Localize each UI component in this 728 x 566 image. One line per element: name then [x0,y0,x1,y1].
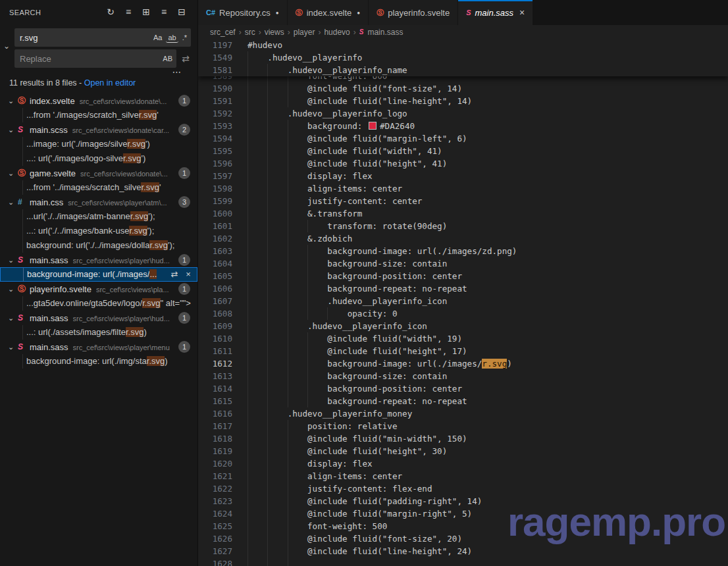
code-line[interactable]: 1613 background-size: contain [198,370,728,382]
refresh-icon[interactable]: ↻ [104,5,117,18]
code-line[interactable]: 1604 background-size: contain [198,257,728,270]
result-match-row[interactable]: ...: url('./images/logo-silver.svg') [0,151,197,166]
code-line[interactable]: 1612 background-image: url(./images/r.sv… [198,357,728,370]
code-line[interactable]: 1619 @include fluid("height", 30) [198,445,728,457]
code-line[interactable]: 1602 &.zdobich [198,232,728,245]
result-match-row[interactable]: ...: url('./../images/bank-user.svg'); [0,224,197,238]
code-line[interactable]: 1197#hudevo [198,39,728,51]
search-input[interactable] [14,33,151,43]
code-line[interactable]: 1594 @include fluid("margin-left", 6) [198,132,728,145]
result-file-row[interactable]: ⌄Smain.sasssrc_cef\src\views\player\menu… [0,340,197,354]
code-line[interactable]: 1597 display: flex [198,170,728,182]
chevron-down-icon[interactable]: ⌄ [8,314,18,322]
code-line[interactable]: 1620 display: flex [198,457,728,470]
code-line[interactable]: 1599 justify-content: center [198,195,728,207]
code-line[interactable]: 1601 transform: rotate(90deg) [198,220,728,232]
replace-all-icon[interactable]: ⇄ [179,52,192,65]
code-line[interactable]: 1622 justify-content: flex-end [198,482,728,495]
code-line[interactable]: 1607 .hudevo__playerinfo_icon [198,295,728,307]
match-case-icon[interactable]: Aa [151,33,164,42]
code-line[interactable]: 1616 .hudevo__playerinfo_money [198,407,728,420]
code-line[interactable]: 1628 [198,557,728,566]
code-line[interactable]: 1609 .hudevo__playerinfo_icon [198,320,728,332]
chevron-down-icon[interactable]: ⌄ [8,285,18,294]
chevron-down-icon[interactable]: ⌄ [8,126,18,134]
clear-search-results-icon[interactable]: ≡ [122,5,135,18]
code-line[interactable]: 1618 @include fluid("min-width", 150) [198,432,728,445]
code-line[interactable]: 1591 @include fluid("line-height", 14) [198,95,728,107]
code-line[interactable]: 1605 background-position: center [198,270,728,282]
breadcrumb-item[interactable]: views [265,28,284,37]
match-whole-word-icon[interactable]: ab [166,33,178,43]
result-match-row[interactable]: background-image: url(./images/...⇄× [0,267,197,282]
code-line[interactable]: 1614 background-position: center [198,382,728,395]
result-file-row[interactable]: ⌄Ⓢindex.sveltesrc_cef\src\views\donate\.… [0,93,197,108]
code-line[interactable]: 1592 .hudevo__playerinfo_logo [198,107,728,120]
breadcrumb-item[interactable]: player [294,28,315,37]
result-match-row[interactable]: ...from './images/scratch_silver.svg' [0,108,197,122]
result-match-row[interactable]: background-image: url(./img/star.svg) [0,354,197,369]
code-line[interactable]: 1596 @include fluid("height", 41) [198,157,728,170]
result-match-row[interactable]: ...from '../images/scratch_silver.svg' [0,180,197,195]
chevron-down-icon[interactable]: ⌄ [8,343,18,351]
code-line[interactable]: 1606 background-repeat: no-repeat [198,282,728,295]
code-line[interactable]: 1595 @include fluid("width", 41) [198,145,728,157]
result-match-row[interactable]: background: url('./../images/dollar.svg'… [0,238,197,253]
tab-Repository.cs[interactable]: C#Repository.cs● [198,0,287,25]
tree-indent-guide [22,224,23,238]
code-line[interactable]: 1593 background: #DA2640 [198,120,728,132]
use-regex-icon[interactable]: .* [180,33,189,42]
breadcrumb-item[interactable]: src_cef [210,28,236,37]
code-line[interactable]: 1610 @include fluid("width", 19) [198,332,728,345]
result-match-row[interactable]: ...url('./../images/atm-banner.svg'); [0,209,197,224]
modified-dot-icon[interactable]: ● [357,10,360,16]
chevron-down-icon[interactable]: ⌄ [8,198,18,207]
code-editor[interactable]: 1589 font-weight: 6001590 @include fluid… [198,39,728,566]
search-more-actions-icon[interactable]: ⋯ [170,66,184,77]
result-file-row[interactable]: ⌄Ⓢplayerinfo.sveltesrc_cef\src\views\pla… [0,282,197,296]
code-line[interactable]: 1600 &.transform [198,207,728,220]
chevron-down-icon[interactable]: ⌄ [8,97,18,105]
collapse-all-icon[interactable]: ⊟ [175,5,188,18]
replace-match-icon[interactable]: ⇄ [168,268,181,281]
code-line[interactable]: 1549 .hudevo__playerinfo [198,51,728,64]
modified-dot-icon[interactable]: ● [276,10,279,16]
chevron-down-icon[interactable]: ⌄ [8,169,18,178]
code-line[interactable]: 1590 @include fluid("font-size", 14) [198,82,728,95]
result-file-row[interactable]: ⌄#main.csssrc_cef\src\views\player\atm\.… [0,195,197,209]
open-new-search-editor-icon[interactable]: ⊞ [140,5,153,18]
dismiss-match-icon[interactable]: × [182,268,195,281]
breadcrumb-file[interactable]: main.sass [367,28,403,37]
search-panel-toolbar: ↻≡⊞≡⊟ [104,5,188,18]
breadcrumb-item[interactable]: src [245,28,255,37]
result-file-row[interactable]: ⌄Smain.sasssrc_cef\src\views\player\hud.… [0,311,197,325]
result-file-name: playerinfo.svelte [30,284,91,294]
result-file-row[interactable]: ⌄Ⓢgame.sveltesrc_cef\src\views\donate\..… [0,166,197,180]
code-line[interactable]: 1615 background-repeat: no-repeat [198,395,728,407]
close-tab-icon[interactable]: × [519,7,525,18]
chevron-down-icon[interactable]: ⌄ [8,256,18,265]
breadcrumb-item[interactable]: hudevo [324,28,350,37]
result-match-row[interactable]: ...gta5dev.online/gta5dev/logo/r.svg" al… [0,296,197,311]
code-line[interactable]: 1621 align-items: center [198,470,728,482]
code-line[interactable]: 1611 @include fluid("height", 17) [198,345,728,357]
result-match-row[interactable]: ...: url(./assets/images/filter.svg) [0,325,197,340]
replace-input[interactable] [14,54,161,64]
code-line[interactable]: 1598 align-items: center [198,182,728,195]
tab-playerinfo.svelte[interactable]: Ⓢplayerinfo.svelte [369,0,457,25]
code-line[interactable]: 1608 opacity: 0 [198,307,728,320]
result-file-row[interactable]: ⌄Smain.sasssrc_cef\src\views\player\hud.… [0,253,197,267]
view-as-list-icon[interactable]: ≡ [157,5,170,18]
code-line[interactable]: 1581 .hudevo__playerinfo_name [198,64,728,76]
result-file-row[interactable]: ⌄Smain.scsssrc_cef\src\views\donate\car.… [0,122,197,137]
tab-main.sass[interactable]: Smain.sass× [458,0,533,25]
code-line[interactable]: 1617 position: relative [198,420,728,432]
code-line[interactable]: 1603 background-image: url(./images/zd.p… [198,245,728,257]
toggle-replace-chevron-icon[interactable]: ⌄ [1,38,12,54]
result-match-row[interactable]: ...image: url('./images/silver.svg') [0,137,197,151]
tab-index.svelte[interactable]: Ⓢindex.svelte● [288,0,369,25]
preserve-case-icon[interactable]: AB [161,54,174,63]
code-line[interactable]: 1627 @include fluid("line-height", 24) [198,545,728,557]
tab-label: index.svelte [307,8,352,18]
open-in-editor-link[interactable]: Open in editor [84,78,136,88]
